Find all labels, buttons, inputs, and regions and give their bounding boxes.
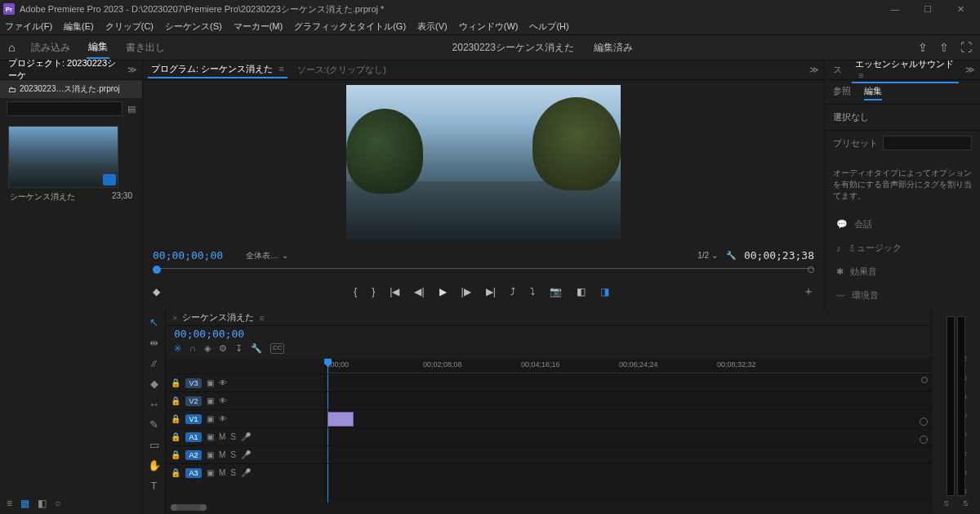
lock-icon[interactable]: 🔒	[171, 450, 180, 459]
wrench-icon[interactable]: 🔧	[251, 343, 262, 354]
safe-margins-button[interactable]: ◨	[600, 286, 609, 297]
add-marker-button[interactable]: ◆	[153, 286, 160, 297]
lift-button[interactable]: ⤴	[510, 286, 515, 297]
razor-tool[interactable]: ◆	[150, 378, 158, 390]
program-resolution-dropdown[interactable]: 1/2 ⌄	[697, 251, 718, 260]
program-playhead[interactable]	[153, 266, 161, 274]
program-menu-icon[interactable]: ≫	[809, 65, 819, 75]
timeline-zoom-scrollbar[interactable]	[166, 503, 931, 514]
timeline-settings-icon[interactable]: ⚙	[219, 343, 227, 354]
hand-tool[interactable]: ✋	[148, 459, 161, 472]
project-search-input[interactable]	[7, 101, 122, 116]
captions-icon[interactable]: CC	[270, 343, 285, 354]
maximize-button[interactable]: ☐	[911, 4, 944, 15]
lane-v3[interactable]	[325, 373, 931, 391]
audio-type-ambience[interactable]: 〰環境音	[836, 289, 969, 302]
ripple-edit-tool[interactable]: ⫽	[149, 357, 159, 369]
menu-marker[interactable]: マーカー(M)	[234, 20, 283, 33]
project-file-row[interactable]: 🗀 20230223…ス消えた.prproj	[0, 80, 142, 98]
video-clip[interactable]	[327, 412, 354, 427]
snap-icon[interactable]: ※	[174, 343, 181, 354]
track-a1-header[interactable]: 🔒A1▣MS🎤	[166, 427, 324, 445]
track-v1-header[interactable]: 🔒V1▣👁	[166, 409, 324, 427]
program-fit-dropdown[interactable]: 全体表… ⌄	[246, 250, 288, 261]
toggle-output-icon[interactable]: ▣	[207, 378, 214, 387]
sort-icon[interactable]: ▤	[127, 104, 136, 114]
program-out-marker[interactable]	[808, 266, 814, 273]
close-seq-icon[interactable]: ×	[172, 313, 177, 323]
program-tab[interactable]: プログラム: シーケンス消えた ≡	[148, 61, 287, 78]
essential-edit-tab[interactable]: 編集	[864, 83, 882, 101]
menu-help[interactable]: ヘルプ(H)	[529, 20, 568, 33]
lane-v1[interactable]	[325, 409, 931, 427]
toggle-output-icon[interactable]: ▣	[207, 414, 214, 423]
export-frame-button[interactable]: 📷	[550, 286, 562, 297]
lock-icon[interactable]: 🔒	[171, 414, 180, 423]
menu-view[interactable]: 表示(V)	[417, 20, 448, 33]
program-timecode-left[interactable]: 00;00;00;00	[153, 249, 223, 261]
audio-type-sfx[interactable]: ✱効果音	[836, 266, 969, 278]
toggle-sync-icon[interactable]: 👁	[219, 378, 227, 387]
sequence-tab[interactable]: シーケンス消えた	[182, 311, 254, 324]
lane-a3[interactable]	[325, 463, 931, 481]
comparison-view-button[interactable]: ◧	[577, 286, 586, 297]
mark-in-button[interactable]: {	[354, 286, 357, 297]
insert-overwrite-icon[interactable]: ↧	[235, 343, 243, 354]
essential-menu-icon[interactable]: ≫	[965, 65, 975, 75]
linked-selection-icon[interactable]: ∩	[189, 343, 196, 354]
list-view-icon[interactable]: ≡	[7, 498, 12, 509]
menu-graphics[interactable]: グラフィックとタイトル(G)	[294, 20, 406, 33]
audio-type-dialogue[interactable]: 💬会話	[836, 218, 969, 230]
close-button[interactable]: ✕	[944, 4, 977, 15]
lock-icon[interactable]: 🔒	[171, 432, 180, 441]
lane-a1[interactable]	[325, 427, 931, 445]
timeline-tracks[interactable]: ;00;00 00;02;08;08 00;04;16;16 00;06;24;…	[325, 359, 931, 503]
quick-export-icon[interactable]: ⇪	[918, 41, 928, 54]
zoom-slider-icon[interactable]: ○	[55, 498, 60, 509]
preset-dropdown[interactable]	[883, 136, 972, 150]
button-editor-icon[interactable]: ＋	[803, 284, 814, 299]
sequence-thumbnail[interactable]	[8, 126, 118, 188]
menu-file[interactable]: ファイル(F)	[5, 20, 52, 33]
lock-icon[interactable]: 🔒	[171, 378, 180, 387]
type-tool[interactable]: T	[151, 480, 158, 492]
lock-icon[interactable]: 🔒	[171, 396, 180, 405]
fullscreen-icon[interactable]: ⛶	[960, 41, 972, 54]
lock-icon[interactable]: 🔒	[171, 468, 180, 477]
menu-window[interactable]: ウィンドウ(W)	[459, 20, 519, 33]
audio-type-music[interactable]: ♪ミュージック	[836, 242, 969, 254]
step-back-button[interactable]: ◀|	[414, 286, 424, 297]
toggle-sync-icon[interactable]: 👁	[219, 396, 227, 405]
program-video-frame[interactable]	[346, 85, 621, 240]
track-a3-header[interactable]: 🔒A3▣MS🎤	[166, 463, 324, 481]
essential-browse-tab[interactable]: 参照	[833, 83, 851, 101]
toggle-output-icon[interactable]: ▣	[207, 396, 214, 405]
panel-menu-icon[interactable]: ≫	[127, 65, 137, 75]
go-to-in-button[interactable]: |◀	[390, 286, 399, 297]
track-v3-header[interactable]: 🔒V3▣👁	[166, 373, 324, 391]
menu-clip[interactable]: クリップ(C)	[105, 20, 154, 33]
add-marker-icon[interactable]: ◈	[204, 343, 211, 354]
timeline-ruler[interactable]: ;00;00 00;02;08;08 00;04;16;16 00;06;24;…	[325, 359, 931, 373]
extract-button[interactable]: ⤵	[530, 286, 535, 297]
rectangle-tool[interactable]: ▭	[149, 439, 159, 451]
program-timecode-right[interactable]: 00;00;23;38	[744, 249, 814, 261]
home-icon[interactable]: ⌂	[8, 41, 15, 54]
slip-tool[interactable]: ↔	[149, 398, 159, 410]
source-tab[interactable]: ソース:(クリップなし)	[294, 62, 390, 78]
menu-sequence[interactable]: シーケンス(S)	[165, 20, 222, 33]
mic-icon[interactable]: 🎤	[241, 468, 251, 477]
pen-tool[interactable]: ✎	[149, 418, 158, 431]
wrench-icon[interactable]: 🔧	[726, 251, 736, 260]
toggle-sync-icon[interactable]: 👁	[219, 414, 227, 423]
timeline-timecode[interactable]: 00;00;00;00	[174, 328, 244, 340]
program-scrubber[interactable]	[153, 268, 814, 279]
minimize-button[interactable]: —	[879, 4, 911, 14]
share-icon[interactable]: ⇧	[939, 41, 949, 54]
menu-edit[interactable]: 編集(E)	[64, 20, 94, 33]
mark-out-button[interactable]: }	[372, 286, 375, 297]
freeform-view-icon[interactable]: ◧	[38, 498, 47, 509]
lane-v2[interactable]	[325, 391, 931, 409]
lane-a2[interactable]	[325, 445, 931, 463]
solo-left[interactable]: S	[944, 499, 949, 507]
